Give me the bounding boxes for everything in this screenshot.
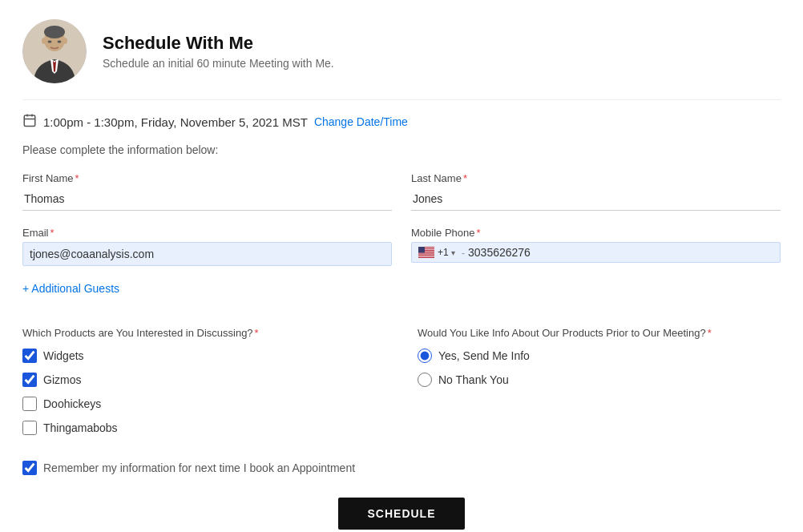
svg-rect-21 bbox=[418, 256, 434, 256]
phone-separator: - bbox=[462, 247, 465, 259]
name-row: First Name* Last Name* bbox=[22, 172, 781, 211]
first-name-group: First Name* bbox=[22, 172, 392, 211]
svg-rect-7 bbox=[24, 115, 35, 127]
remember-checkbox[interactable] bbox=[22, 461, 37, 475]
checkbox-doohickeys-label: Doohickeys bbox=[43, 397, 101, 410]
svg-rect-24 bbox=[418, 247, 425, 253]
checkbox-thingamabobs[interactable]: Thingamabobs bbox=[22, 421, 385, 435]
radio-no-thanks[interactable]: No Thank You bbox=[418, 373, 781, 387]
checkbox-doohickeys[interactable]: Doohickeys bbox=[22, 397, 385, 411]
contact-row: Email* Mobile Phone* bbox=[22, 227, 781, 266]
form-instruction: Please complete the information below: bbox=[22, 143, 781, 156]
phone-country-selector[interactable]: +1 ▾ bbox=[418, 247, 455, 258]
info-preference-section: Would You Like Info About Our Products P… bbox=[418, 327, 781, 397]
additional-guests-link[interactable]: + Additional Guests bbox=[22, 282, 119, 295]
checkbox-widgets-label: Widgets bbox=[43, 349, 84, 362]
email-label: Email* bbox=[22, 227, 392, 239]
products-section: Which Products are You Interested in Dis… bbox=[22, 327, 385, 445]
svg-rect-23 bbox=[418, 257, 434, 258]
svg-rect-19 bbox=[418, 254, 434, 255]
radio-yes-send-label: Yes, Send Me Info bbox=[438, 349, 530, 362]
checkbox-widgets[interactable]: Widgets bbox=[22, 349, 385, 363]
last-name-input[interactable] bbox=[411, 187, 781, 211]
email-input[interactable] bbox=[22, 242, 392, 266]
page-subtitle: Schedule an initial 60 minute Meeting wi… bbox=[103, 57, 334, 70]
radio-no-thanks-label: No Thank You bbox=[438, 373, 509, 386]
checkbox-gizmos-input[interactable] bbox=[22, 373, 37, 387]
svg-point-2 bbox=[44, 26, 65, 38]
svg-rect-20 bbox=[418, 255, 434, 256]
phone-dropdown-arrow: ▾ bbox=[451, 248, 455, 257]
schedule-button[interactable]: SCHEDULE bbox=[338, 498, 464, 530]
schedule-btn-row: SCHEDULE bbox=[22, 498, 781, 530]
first-name-input[interactable] bbox=[22, 187, 392, 211]
svg-rect-22 bbox=[418, 256, 434, 257]
checkbox-gizmos[interactable]: Gizmos bbox=[22, 373, 385, 387]
first-name-required: * bbox=[75, 172, 79, 184]
radio-no-thanks-input[interactable] bbox=[418, 373, 432, 387]
email-required: * bbox=[50, 227, 54, 239]
checkbox-thingamabobs-label: Thingamabobs bbox=[43, 421, 118, 434]
svg-point-5 bbox=[48, 41, 52, 43]
checkbox-thingamabobs-input[interactable] bbox=[22, 421, 37, 435]
page-header: Schedule With Me Schedule an initial 60 … bbox=[22, 19, 781, 83]
first-name-label: First Name* bbox=[22, 172, 392, 184]
email-group: Email* bbox=[22, 227, 392, 266]
phone-group: Mobile Phone* bbox=[411, 227, 781, 266]
calendar-icon bbox=[22, 113, 37, 131]
phone-country-code: +1 bbox=[438, 247, 449, 258]
datetime-row: 1:00pm - 1:30pm, Friday, November 5, 202… bbox=[22, 99, 781, 131]
avatar bbox=[22, 19, 87, 83]
last-name-group: Last Name* bbox=[411, 172, 781, 211]
svg-point-3 bbox=[42, 38, 46, 44]
datetime-text: 1:00pm - 1:30pm, Friday, November 5, 202… bbox=[43, 115, 308, 129]
checkbox-doohickeys-input[interactable] bbox=[22, 397, 37, 411]
checkbox-gizmos-label: Gizmos bbox=[43, 373, 81, 386]
radio-yes-send-input[interactable] bbox=[418, 349, 432, 363]
svg-rect-18 bbox=[418, 253, 434, 254]
info-preference-label: Would You Like Info About Our Products P… bbox=[418, 327, 781, 339]
svg-point-4 bbox=[63, 38, 67, 44]
page-title: Schedule With Me bbox=[103, 33, 334, 54]
remember-row: Remember my information for next time I … bbox=[22, 461, 781, 475]
change-datetime-link[interactable]: Change Date/Time bbox=[314, 115, 408, 128]
radio-yes-send[interactable]: Yes, Send Me Info bbox=[418, 349, 781, 363]
phone-required: * bbox=[477, 227, 481, 239]
phone-number-input[interactable] bbox=[468, 246, 773, 259]
products-label: Which Products are You Interested in Dis… bbox=[22, 327, 385, 339]
phone-wrapper: +1 ▾ - bbox=[411, 242, 781, 263]
last-name-required: * bbox=[463, 172, 467, 184]
phone-label: Mobile Phone* bbox=[411, 227, 781, 239]
checkbox-widgets-input[interactable] bbox=[22, 349, 37, 363]
svg-point-6 bbox=[58, 41, 62, 43]
header-text: Schedule With Me Schedule an initial 60 … bbox=[103, 33, 334, 70]
options-section: Which Products are You Interested in Dis… bbox=[22, 327, 781, 445]
additional-guests-row: + Additional Guests bbox=[22, 282, 781, 311]
remember-label: Remember my information for next time I … bbox=[43, 461, 355, 474]
last-name-label: Last Name* bbox=[411, 172, 781, 184]
